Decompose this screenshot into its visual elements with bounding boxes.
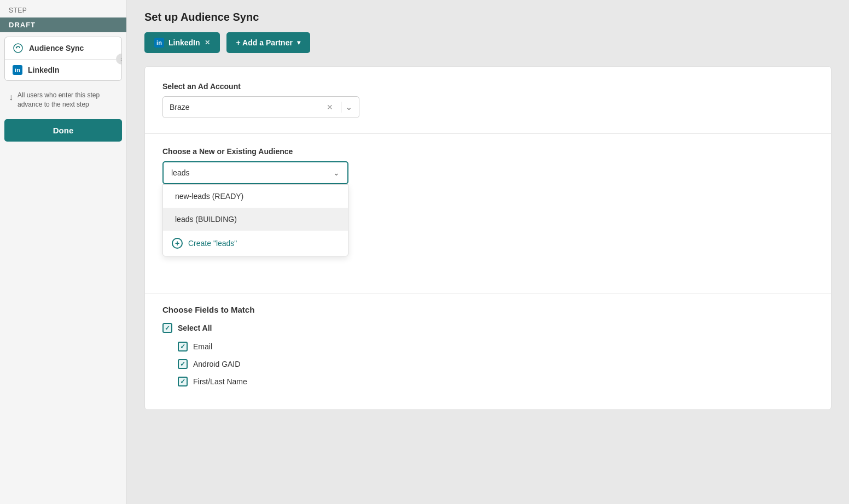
down-arrow-icon: ↓ — [9, 91, 13, 103]
svg-point-0 — [14, 44, 22, 52]
draft-badge: DRAFT — [0, 17, 126, 32]
android-gaid-checkbox[interactable]: ✓ — [178, 359, 188, 369]
first-last-name-field-row[interactable]: ✓ First/Last Name — [162, 377, 813, 386]
audience-select-value: leads — [171, 168, 333, 177]
first-last-name-checkbox[interactable]: ✓ — [178, 377, 188, 386]
add-partner-label: + Add a Partner — [236, 38, 293, 47]
dropdown-create-option[interactable]: + Create "leads" — [163, 231, 348, 256]
select-all-checkbox[interactable]: ✓ — [162, 323, 172, 333]
ad-account-value: Braze — [170, 103, 327, 112]
select-all-row[interactable]: ✓ Select All — [162, 323, 813, 333]
main-content-area: Set up Audience Sync in LinkedIn ✕ + Add… — [127, 0, 849, 504]
audience-sync-label: Audience Sync — [29, 44, 84, 52]
create-plus-icon: + — [172, 238, 183, 249]
email-label: Email — [193, 342, 212, 351]
ad-account-divider — [341, 102, 341, 113]
sidebar: Step DRAFT Audience Sync in LinkedIn › ↓… — [0, 0, 127, 504]
ad-account-chevron-icon[interactable]: ⌄ — [346, 103, 352, 112]
audience-section: leads ⌄ new-leads (READY) leads (BUILDIN… — [162, 161, 813, 184]
audience-sync-icon — [13, 43, 24, 54]
sidebar-note: ↓ All users who enter this step advance … — [0, 85, 126, 115]
partner-buttons: in LinkedIn ✕ + Add a Partner ▾ — [144, 32, 831, 53]
sidebar-card: Audience Sync in LinkedIn › — [4, 37, 122, 81]
section-divider — [145, 133, 831, 134]
fields-divider — [145, 294, 831, 294]
email-checkbox[interactable]: ✓ — [178, 342, 188, 351]
linkedin-label-sidebar: LinkedIn — [28, 66, 60, 74]
fields-title: Choose Fields to Match — [162, 305, 813, 314]
linkedin-button-label: LinkedIn — [168, 38, 200, 47]
step-label: Step — [0, 0, 126, 17]
sidebar-item-linkedin[interactable]: in LinkedIn — [5, 60, 121, 80]
android-gaid-label: Android GAID — [193, 360, 240, 368]
main-header: Set up Audience Sync — [127, 0, 849, 32]
sidebar-item-audience-sync[interactable]: Audience Sync — [5, 37, 121, 60]
audience-label: Choose a New or Existing Audience — [162, 147, 813, 156]
ad-account-select[interactable]: Braze ✕ ⌄ — [162, 96, 359, 118]
linkedin-partner-button[interactable]: in LinkedIn ✕ — [144, 32, 220, 53]
dropdown-item-new-leads[interactable]: new-leads (READY) — [163, 185, 348, 208]
linkedin-icon-sidebar: in — [13, 65, 22, 75]
audience-dropdown-wrapper: leads ⌄ new-leads (READY) leads (BUILDIN… — [162, 161, 348, 184]
add-partner-chevron-icon: ▾ — [297, 39, 300, 46]
audience-dropdown-menu: new-leads (READY) leads (BUILDING) + Cre… — [162, 184, 348, 256]
email-checkmark: ✓ — [180, 343, 185, 350]
main-content: in LinkedIn ✕ + Add a Partner ▾ Select a… — [127, 32, 849, 427]
linkedin-close-icon[interactable]: ✕ — [205, 39, 210, 46]
linkedin-icon-btn: in — [154, 38, 164, 48]
sidebar-note-text: All users who enter this step advance to… — [18, 91, 118, 109]
dropdown-item-leads-building[interactable]: leads (BUILDING) — [163, 208, 348, 231]
create-label: Create "leads" — [188, 239, 237, 248]
android-gaid-checkmark: ✓ — [180, 360, 185, 368]
email-field-row[interactable]: ✓ Email — [162, 342, 813, 351]
ad-account-label: Select an Ad Account — [162, 82, 813, 91]
page-title: Set up Audience Sync — [144, 11, 831, 24]
audience-select[interactable]: leads ⌄ — [162, 161, 348, 184]
select-all-label: Select All — [178, 324, 212, 332]
first-last-name-label: First/Last Name — [193, 377, 247, 386]
add-partner-button[interactable]: + Add a Partner ▾ — [226, 32, 310, 53]
select-all-checkmark: ✓ — [165, 324, 170, 332]
first-last-name-checkmark: ✓ — [180, 378, 185, 385]
fields-section: Choose Fields to Match ✓ Select All ✓ Em… — [162, 294, 813, 386]
content-card: Select an Ad Account Braze ✕ ⌄ Choose a … — [144, 66, 831, 410]
dropdown-item-label-1: leads (BUILDING) — [175, 215, 237, 224]
android-gaid-field-row[interactable]: ✓ Android GAID — [162, 359, 813, 369]
ad-account-clear-icon[interactable]: ✕ — [327, 103, 333, 112]
done-button[interactable]: Done — [4, 119, 122, 142]
dropdown-item-label-0: new-leads (READY) — [175, 192, 243, 201]
audience-chevron-icon: ⌄ — [333, 168, 340, 177]
